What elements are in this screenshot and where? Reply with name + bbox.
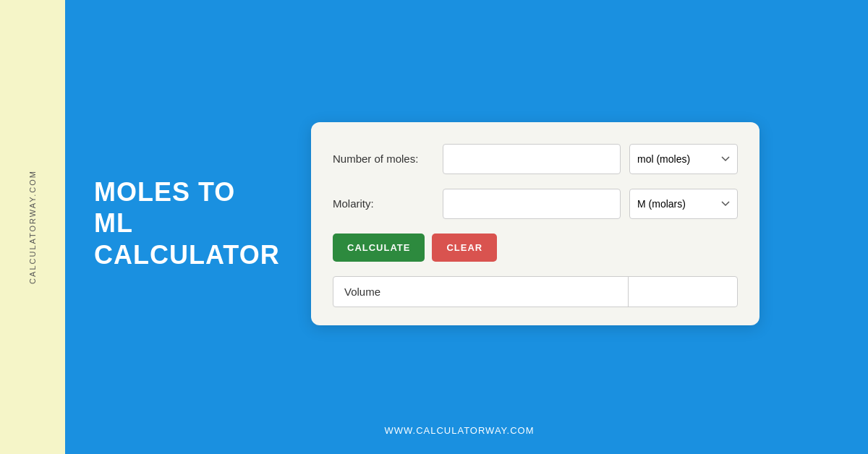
left-strip: CALCULATORWAY.COM	[0, 0, 65, 454]
calculate-button[interactable]: CALCULATE	[333, 234, 425, 262]
footer-text: WWW.CALCULATORWAY.COM	[384, 425, 534, 436]
result-row: Volume	[333, 276, 738, 307]
molarity-unit-select[interactable]: M (molars) mM (millimolars)	[629, 189, 738, 219]
moles-label: Number of moles:	[333, 153, 434, 165]
moles-unit-select[interactable]: mol (moles) mmol (millimoles)	[629, 144, 738, 174]
moles-input[interactable]	[443, 144, 621, 174]
molarity-field-row: Molarity: M (molars) mM (millimolars)	[333, 189, 738, 219]
title-area: MOLES TO ML CALCULATOR	[94, 176, 282, 270]
clear-button[interactable]: CLEAR	[432, 234, 497, 262]
buttons-row: CALCULATE CLEAR	[333, 234, 738, 262]
sidebar-brand-text: CALCULATORWAY.COM	[28, 170, 37, 284]
calculator-card: Number of moles: mol (moles) mmol (milli…	[311, 122, 760, 325]
main-area: MOLES TO ML CALCULATOR Number of moles: …	[65, 0, 868, 454]
page-title: MOLES TO ML CALCULATOR	[94, 176, 282, 270]
result-label: Volume	[333, 277, 629, 307]
molarity-label: Molarity:	[333, 197, 434, 210]
moles-field-row: Number of moles: mol (moles) mmol (milli…	[333, 144, 738, 174]
footer: WWW.CALCULATORWAY.COM	[384, 425, 534, 440]
content-row: MOLES TO ML CALCULATOR Number of moles: …	[94, 22, 825, 425]
molarity-input[interactable]	[443, 189, 621, 219]
result-value	[629, 283, 737, 300]
